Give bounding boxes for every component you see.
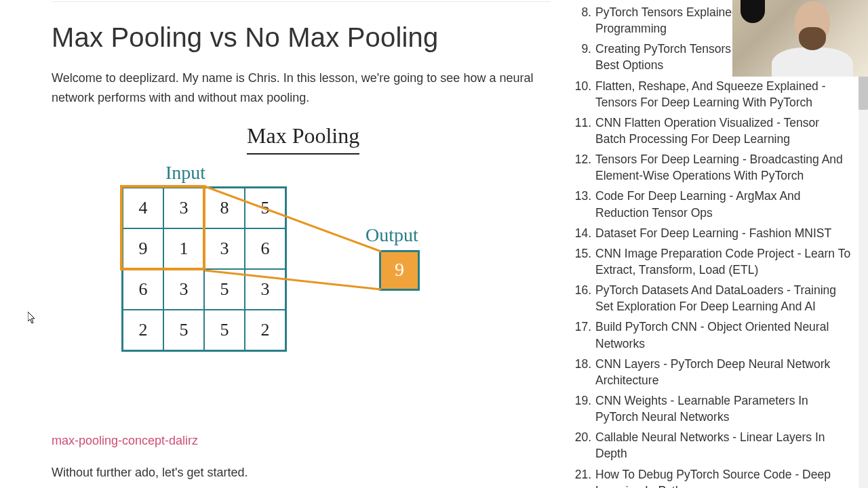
toc-item-link[interactable]: CNN Image Preparation Code Project - Lea…	[595, 245, 852, 278]
toc-item[interactable]: 15.CNN Image Preparation Code Project - …	[575, 245, 852, 282]
toc-item[interactable]: 21.How To Debug PyTorch Source Code - De…	[575, 466, 852, 488]
toc-item-number: 8.	[575, 4, 591, 37]
toc-item-link[interactable]: Code For Deep Learning - ArgMax And Redu…	[595, 188, 852, 220]
toc-item[interactable]: 16.PyTorch Datasets And DataLoaders - Tr…	[575, 282, 852, 319]
grid-cell: 9	[123, 228, 163, 269]
toc-item[interactable]: 10.Flatten, Reshape, And Squeeze Explain…	[575, 78, 852, 115]
grid-cell: 1	[163, 228, 204, 269]
grid-cell: 5	[163, 310, 204, 350]
divider	[52, 1, 551, 2]
diagram-input-grid: 4 3 8 5 9 1 3 6 6 3 5 3 2 5 5 2	[121, 186, 287, 352]
toc-item-number: 17.	[575, 319, 591, 351]
body-paragraph: Without further ado, let's get started.	[52, 463, 551, 483]
grid-cell: 6	[123, 269, 163, 310]
grid-cell: 3	[163, 269, 204, 310]
toc-item-link[interactable]: Dataset For Deep Learning - Fashion MNIS…	[595, 225, 852, 241]
toc-item-number: 21.	[575, 466, 591, 488]
microphone-icon	[741, 0, 765, 23]
image-caption-link[interactable]: max-pooling-concept-dalirz	[52, 431, 198, 451]
intro-paragraph: Welcome to deeplizard. My name is Chris.…	[52, 68, 551, 108]
toc-item-link[interactable]: PyTorch Datasets And DataLoaders - Train…	[595, 282, 852, 314]
diagram-output-label: Output	[366, 220, 418, 251]
page-title: Max Pooling vs No Max Pooling	[52, 16, 551, 59]
presenter-webcam-overlay	[732, 0, 868, 77]
toc-item-link[interactable]: Tensors For Deep Learning - Broadcasting…	[595, 151, 852, 184]
grid-cell: 8	[204, 188, 245, 228]
article-main: Max Pooling vs No Max Pooling Welcome to…	[0, 0, 575, 488]
toc-item[interactable]: 13.Code For Deep Learning - ArgMax And R…	[575, 188, 852, 224]
toc-item[interactable]: 12.Tensors For Deep Learning - Broadcast…	[575, 151, 852, 188]
toc-item-link[interactable]: Callable Neural Networks - Linear Layers…	[595, 429, 852, 462]
grid-cell: 2	[245, 310, 285, 350]
toc-item-number: 20.	[575, 429, 591, 462]
grid-cell: 5	[204, 310, 245, 350]
toc-item[interactable]: 14.Dataset For Deep Learning - Fashion M…	[575, 225, 852, 245]
grid-cell: 3	[245, 269, 285, 310]
diagram-title: Max Pooling	[247, 119, 359, 155]
toc-item-link[interactable]: Flatten, Reshape, And Squeeze Explained …	[595, 78, 852, 110]
toc-item[interactable]: 18.CNN Layers - PyTorch Deep Neural Netw…	[575, 356, 852, 392]
max-pooling-diagram: Max Pooling Input Output 4 3 8 5 9 1 3 6…	[98, 119, 505, 419]
toc-item-number: 15.	[575, 245, 591, 278]
grid-cell: 3	[204, 228, 245, 269]
toc-item-number: 13.	[575, 188, 591, 220]
toc-item-number: 9.	[575, 41, 591, 73]
toc-item-link[interactable]: How To Debug PyTorch Source Code - Deep …	[595, 466, 852, 488]
toc-item-link[interactable]: CNN Weights - Learnable Parameters In Py…	[595, 392, 852, 425]
grid-cell: 5	[245, 188, 285, 228]
toc-item-link[interactable]: Build PyTorch CNN - Object Oriented Neur…	[595, 319, 852, 351]
toc-item-link[interactable]: CNN Flatten Operation Visualized - Tenso…	[595, 115, 852, 147]
grid-cell: 4	[123, 188, 163, 228]
toc-item-number: 10.	[575, 78, 591, 110]
toc-item-number: 11.	[575, 115, 591, 147]
toc-item-number: 12.	[575, 151, 591, 184]
grid-cell: 5	[204, 269, 245, 310]
toc-item[interactable]: 20.Callable Neural Networks - Linear Lay…	[575, 429, 852, 466]
toc-item-number: 14.	[575, 225, 591, 241]
toc-item-number: 16.	[575, 282, 591, 314]
grid-cell: 2	[123, 310, 163, 350]
toc-item-link[interactable]: CNN Layers - PyTorch Deep Neural Network…	[595, 356, 852, 388]
grid-cell: 3	[163, 188, 204, 228]
toc-item[interactable]: 11.CNN Flatten Operation Visualized - Te…	[575, 115, 852, 151]
grid-cell: 6	[245, 228, 285, 269]
toc-item[interactable]: 17.Build PyTorch CNN - Object Oriented N…	[575, 319, 852, 355]
toc-item-number: 19.	[575, 392, 591, 425]
toc-item[interactable]: 19.CNN Weights - Learnable Parameters In…	[575, 392, 852, 429]
diagram-output-cell: 9	[379, 250, 420, 291]
diagram-input-label: Input	[165, 158, 205, 188]
toc-item-number: 18.	[575, 356, 591, 388]
